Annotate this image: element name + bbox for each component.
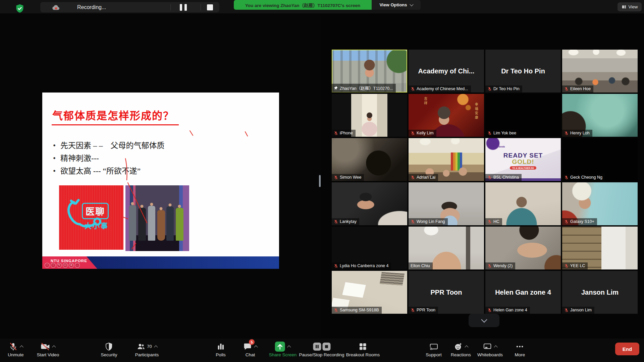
participant-name-tag: HC [485,218,502,225]
muted-mic-icon [334,264,338,268]
participant-name-tag: Lankytay [332,218,359,225]
viewing-banner: You are viewing ZhaoYan（赵雁）T1102707C's s… [234,0,372,10]
toolbar-more-button[interactable]: More [515,341,525,357]
participant-name: Helen Gan zone 4 [493,308,527,312]
participant-tile[interactable]: Dr Teo Ho Pin Dr Teo Ho Pin [485,50,561,93]
toolbar-support-button[interactable]: Support [426,341,441,357]
participant-tile[interactable]: Adrian Lai [409,138,484,181]
presenter-slides-button[interactable]: ▭ [63,263,68,268]
participant-tile[interactable]: Lim Yok bee [485,94,561,137]
toolbar-chat-button[interactable]: 5 Chat [243,341,257,357]
participant-name-tag: Lydia Ho Canberra zone 4 [332,262,391,269]
muted-mic-icon [564,264,569,268]
muted-mic-icon [411,131,415,135]
participant-tile[interactable]: Academy of Chi... Academy of Chinese Med… [409,50,484,93]
chevron-up-icon[interactable] [154,345,158,349]
participant-tile[interactable]: 吉祥幸福安康 Kelly Lim [409,94,484,137]
participant-name-tag: Samsung SM-S918B [332,307,382,314]
participant-name: Galaxy S10+ [570,219,594,224]
participant-tile[interactable]: ZhaoYan（赵雁）T110270... [332,50,407,93]
participant-name: Adrian Lai [417,175,435,180]
grid-icon [359,342,367,351]
cam-off-icon [41,342,50,351]
presenter-next-button[interactable]: › [51,263,56,268]
participant-name-tag: Elton Chiu [409,262,433,269]
share-screen-icon [275,342,285,352]
participant-tile[interactable]: Geck Cheong Ng [562,138,638,181]
toolbar-reactions-button[interactable]: Reactions [451,341,471,357]
participant-name-tag: Galaxy S10+ [562,218,597,225]
muted-mic-icon [411,220,415,224]
participant-name: BSL Christina [493,175,519,180]
participant-tile[interactable]: Elton Chiu [409,227,484,269]
toolbar-breakout-rooms-button[interactable]: Breakout Rooms [346,341,380,357]
polls-icon [216,342,225,351]
participant-name: YEE LC [570,263,585,268]
participant-tile[interactable]: Janson Lim Janson Lim [562,271,638,314]
muted-mic-icon [334,308,338,312]
chevron-up-icon[interactable] [52,345,56,349]
toolbar-security-button[interactable]: Security [101,341,117,357]
toolbar-start-video-button[interactable]: Start Video [37,341,59,357]
end-meeting-button[interactable]: End [615,343,639,355]
participant-gallery: ZhaoYan（赵雁）T110270... Academy of Chi... … [321,13,644,339]
participant-name: Janson Lim [570,308,592,312]
participant-tile[interactable]: PPR Toon PPR Toon [409,271,484,314]
panel-divider-handle[interactable] [319,175,321,187]
participant-tile[interactable]: Wendy (2) [485,227,561,269]
participant-tile[interactable]: Blossom Seeds READY SET GOLD! TO A HEALT… [485,138,561,181]
chevron-up-icon[interactable] [254,345,258,349]
participant-tile[interactable]: Lydia Ho Canberra zone 4 [332,227,407,269]
participant-name-tag: ZhaoYan（赵雁）T110270... [332,84,396,93]
participant-tile[interactable]: Lankytay [332,182,407,225]
presenter-pen-button[interactable]: ✎ [57,263,62,268]
toolbar-whiteboards-button[interactable]: Whiteboards [477,341,503,357]
participant-tile[interactable]: Wong Lin Fang [409,182,484,225]
participant-name: Henry Loh [570,131,590,135]
stop-recording-button[interactable] [205,2,215,12]
participant-tile[interactable]: Eileen Hoe [562,50,638,93]
slide-image-medical-show-logo: 医聊 大小事 [59,185,123,250]
collapse-gallery-button[interactable] [469,314,499,327]
smile-icon [454,342,463,351]
participant-name-tag: Eileen Hoe [562,85,593,93]
presenter-controls: ‹›✎▭⊕… [45,263,80,268]
participant-tile[interactable]: Simon Wee [332,138,407,181]
participant-name-tag: Adrian Lai [409,174,438,181]
participant-name-tag: Kelly Lim [409,130,436,137]
recording-label: Recording... [77,2,106,12]
participant-name-tag: Dr Teo Ho Pin [485,85,522,93]
view-options-button[interactable]: View Options [372,0,421,10]
chevron-up-icon[interactable] [494,345,497,349]
participant-tile[interactable]: Henry Loh [562,94,638,137]
presenter-more-button[interactable]: … [75,263,80,268]
participant-name-tag: Wong Lin Fang [409,218,448,225]
toolbar-participants-button[interactable]: 70 Participants [135,341,159,357]
pause-recording-button[interactable] [176,2,190,12]
participant-name-tag: Academy of Chinese Med... [409,85,471,93]
presenter-zoom-button[interactable]: ⊕ [69,263,74,268]
participant-tile[interactable]: iPhone [332,94,407,137]
chevron-up-icon[interactable] [19,345,23,349]
participant-tile[interactable]: YEE LC [562,227,638,269]
participant-tile[interactable]: Helen Gan zone 4 Helen Gan zone 4 [485,271,561,314]
chevron-down-icon [410,2,413,6]
muted-mic-icon [411,175,415,180]
slide-title: 气郁体质是怎样形成的？ [52,107,179,125]
muted-mic-icon [487,264,492,268]
participant-name: Simon Wee [340,175,361,180]
participant-name: Kelly Lim [417,131,434,135]
toolbar-pause-stop-recording-button[interactable]: Pause/Stop Recording [299,341,344,357]
presenter-prev-button[interactable]: ‹ [45,263,50,268]
participant-tile[interactable]: HC [485,182,561,225]
participant-tile[interactable]: Galaxy S10+ [562,182,638,225]
toolbar-polls-button[interactable]: Polls [216,341,225,357]
toolbar-share-screen-button[interactable]: Share Screen [269,341,297,357]
muted-mic-icon [411,87,415,91]
toolbar-unmute-button[interactable]: Unmute [8,341,23,357]
chevron-up-icon[interactable] [287,345,291,349]
gallery-view-icon [622,4,627,9]
chevron-up-icon[interactable] [465,345,468,349]
participant-tile[interactable]: Samsung SM-S918B [332,271,407,314]
view-button[interactable]: View [618,2,642,11]
